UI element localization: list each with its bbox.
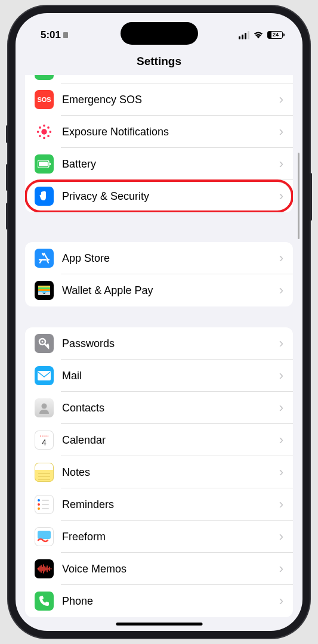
row-label: App Store: [62, 252, 279, 265]
appstore-icon: [35, 249, 54, 268]
calendar-icon: • • • • •4: [35, 431, 54, 450]
contacts-icon: [35, 398, 54, 417]
svg-rect-10: [39, 162, 48, 166]
row-mail[interactable]: Mail ›: [25, 360, 293, 392]
time-text: 5:01: [41, 29, 61, 41]
dynamic-island: [121, 22, 198, 45]
partial-row[interactable]: [25, 75, 293, 83]
privacy-hand-icon: [35, 187, 54, 206]
exposure-icon: [35, 122, 54, 141]
row-privacy-security[interactable]: Privacy & Security ›: [25, 180, 293, 212]
settings-group-general: SOS Emergency SOS › Exposure Notificatio…: [25, 75, 293, 212]
row-label: Battery: [62, 158, 279, 171]
location-icon: [63, 32, 68, 38]
reminders-icon: [35, 495, 54, 514]
svg-point-0: [41, 129, 47, 134]
row-freeform[interactable]: Freeform ›: [25, 521, 293, 553]
svg-point-1: [43, 125, 45, 127]
chevron-right-icon: ›: [279, 188, 283, 204]
row-label: Exposure Notifications: [62, 126, 279, 138]
row-label: Freeform: [62, 531, 279, 543]
scroll-indicator[interactable]: [298, 153, 300, 239]
row-app-store[interactable]: App Store ›: [25, 242, 293, 274]
svg-text:4: 4: [42, 438, 47, 447]
cellular-signal-icon: [239, 31, 249, 39]
svg-point-17: [42, 341, 44, 343]
row-calendar[interactable]: • • • • •4 Calendar ›: [25, 424, 293, 456]
row-battery[interactable]: Battery ›: [25, 148, 293, 180]
svg-point-4: [49, 131, 51, 133]
row-label: Phone: [62, 595, 279, 608]
status-time: 5:01: [41, 29, 68, 41]
page-title: Settings: [16, 55, 302, 68]
row-contacts[interactable]: Contacts ›: [25, 392, 293, 424]
chevron-right-icon: ›: [279, 432, 283, 448]
row-notes[interactable]: Notes ›: [25, 456, 293, 488]
notes-icon: [35, 463, 54, 482]
row-label: Passwords: [62, 338, 279, 350]
row-voice-memos[interactable]: Voice Memos ›: [25, 553, 293, 585]
wallet-icon: [35, 281, 54, 300]
row-reminders[interactable]: Reminders ›: [25, 488, 293, 521]
freeform-icon: [35, 527, 54, 546]
chevron-right-icon: ›: [279, 400, 283, 416]
settings-list[interactable]: SOS Emergency SOS › Exposure Notificatio…: [16, 75, 302, 624]
svg-point-6: [47, 126, 50, 129]
battery-icon: [35, 154, 54, 174]
svg-rect-18: [38, 371, 51, 380]
screen: 5:01 24: [16, 13, 302, 631]
svg-point-2: [43, 137, 45, 139]
chevron-right-icon: ›: [279, 593, 283, 609]
row-label: Privacy & Security: [62, 190, 279, 203]
row-label: Notes: [62, 466, 279, 479]
row-label: Emergency SOS: [62, 94, 279, 106]
row-label: Calendar: [62, 434, 279, 447]
chevron-right-icon: ›: [279, 250, 283, 266]
row-label: Mail: [62, 370, 279, 382]
settings-group-store: App Store › Wallet & Apple Pay ›: [25, 242, 293, 306]
chevron-right-icon: ›: [279, 283, 283, 298]
phone-icon: [35, 592, 54, 611]
chevron-right-icon: ›: [279, 124, 283, 140]
sos-icon: SOS: [35, 90, 54, 109]
partial-icon: [35, 75, 54, 80]
voice-memos-icon: [35, 559, 54, 578]
settings-group-apps: Passwords › Mail › Contacts ›: [25, 327, 293, 617]
svg-point-8: [47, 135, 50, 137]
chevron-right-icon: ›: [279, 368, 283, 383]
mail-icon: [35, 366, 54, 385]
phone-frame: 5:01 24: [8, 6, 310, 638]
row-label: Reminders: [62, 499, 279, 511]
chevron-right-icon: ›: [279, 92, 283, 107]
row-phone[interactable]: Phone ›: [25, 585, 293, 617]
row-passwords[interactable]: Passwords ›: [25, 327, 293, 360]
battery-percent: 24: [273, 32, 279, 38]
row-label: Contacts: [62, 402, 279, 414]
row-exposure-notifications[interactable]: Exposure Notifications ›: [25, 116, 293, 148]
chevron-right-icon: ›: [279, 529, 283, 544]
chevron-right-icon: ›: [279, 336, 283, 351]
svg-point-3: [37, 131, 39, 133]
chevron-right-icon: ›: [279, 465, 283, 480]
row-wallet-apple-pay[interactable]: Wallet & Apple Pay ›: [25, 274, 293, 306]
chevron-right-icon: ›: [279, 156, 283, 172]
svg-point-7: [39, 135, 41, 137]
row-label: Wallet & Apple Pay: [62, 284, 279, 297]
row-emergency-sos[interactable]: SOS Emergency SOS ›: [25, 83, 293, 116]
key-icon: [35, 334, 54, 353]
home-indicator[interactable]: [116, 623, 202, 626]
svg-point-19: [42, 404, 47, 409]
battery-icon: 24: [267, 31, 285, 39]
svg-rect-11: [50, 163, 51, 165]
svg-point-5: [39, 126, 41, 129]
row-label: Voice Memos: [62, 563, 279, 575]
chevron-right-icon: ›: [279, 561, 283, 577]
nav-header: Settings: [16, 46, 302, 75]
wifi-icon: [253, 31, 264, 39]
chevron-right-icon: ›: [279, 497, 283, 512]
